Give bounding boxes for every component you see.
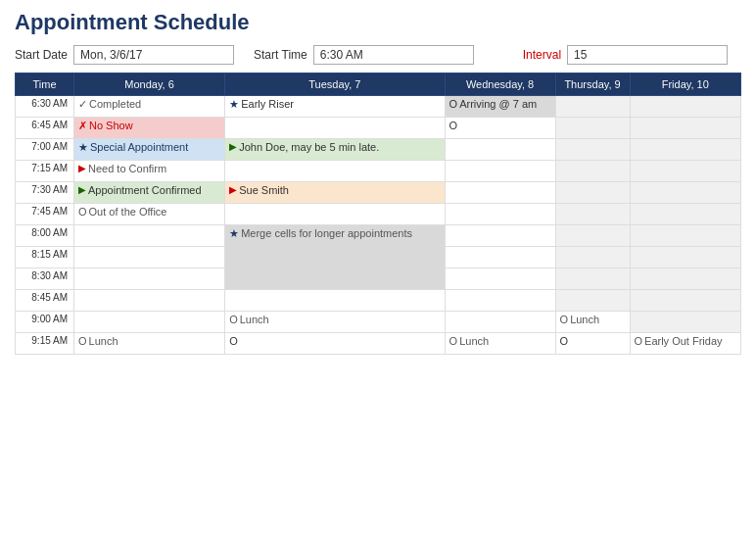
wednesday-cell[interactable]: OLunch xyxy=(445,333,555,355)
friday-cell-icon: O xyxy=(635,335,643,347)
wednesday-cell[interactable] xyxy=(445,161,555,182)
friday-cell[interactable] xyxy=(630,161,741,182)
tuesday-cell[interactable] xyxy=(225,290,445,312)
friday-cell[interactable] xyxy=(630,290,741,312)
time-cell: 8:30 AM xyxy=(16,268,74,290)
monday-cell[interactable]: ★Special Appointment xyxy=(74,139,225,161)
monday-cell-text: Special Appointment xyxy=(90,141,188,153)
friday-cell[interactable] xyxy=(630,268,741,290)
interval-label: Interval xyxy=(523,48,561,62)
time-cell: 6:45 AM xyxy=(16,118,74,139)
friday-cell-text: Early Out Friday xyxy=(644,335,722,347)
wednesday-cell[interactable] xyxy=(445,312,555,333)
friday-cell[interactable] xyxy=(630,96,741,118)
tuesday-cell-icon: ▶ xyxy=(229,141,237,152)
monday-cell[interactable]: ✓Completed xyxy=(74,96,225,118)
tuesday-cell[interactable]: O xyxy=(225,333,445,355)
thursday-cell[interactable] xyxy=(555,225,630,247)
wednesday-cell[interactable]: O xyxy=(445,118,555,139)
tuesday-cell-icon: ▶ xyxy=(229,184,237,195)
monday-cell-icon: ✗ xyxy=(78,120,87,132)
time-cell: 8:00 AM xyxy=(16,225,74,247)
thursday-cell[interactable] xyxy=(555,139,630,161)
monday-cell[interactable]: OOut of the Office xyxy=(74,204,225,225)
time-cell: 7:00 AM xyxy=(16,139,74,161)
tuesday-cell-text: Sue Smith xyxy=(239,184,289,196)
monday-cell[interactable] xyxy=(74,225,225,247)
tuesday-cell[interactable]: OLunch xyxy=(225,312,445,333)
tuesday-cell-text: Early Riser xyxy=(241,98,294,110)
tuesday-cell-text: Lunch xyxy=(240,314,269,325)
monday-cell[interactable] xyxy=(74,247,225,268)
tuesday-cell-text: John Doe, may be 5 min late. xyxy=(239,141,379,153)
friday-cell[interactable] xyxy=(630,139,741,161)
col-header-tuesday: Tuesday, 7 xyxy=(225,73,445,96)
wednesday-cell[interactable] xyxy=(445,268,555,290)
friday-cell[interactable] xyxy=(630,312,741,333)
tuesday-cell-icon: O xyxy=(229,314,238,325)
col-header-time: Time xyxy=(16,73,74,96)
monday-cell[interactable]: OLunch xyxy=(74,333,225,355)
tuesday-cell-text: Merge cells for longer appointments xyxy=(241,227,412,239)
tuesday-cell[interactable] xyxy=(225,204,445,225)
thursday-cell[interactable] xyxy=(555,96,630,118)
monday-cell[interactable]: ▶Appointment Confirmed xyxy=(74,182,225,204)
wednesday-cell[interactable] xyxy=(445,182,555,204)
thursday-cell[interactable] xyxy=(555,268,630,290)
friday-cell[interactable] xyxy=(630,247,741,268)
thursday-cell[interactable]: O xyxy=(555,333,630,355)
wednesday-cell[interactable] xyxy=(445,290,555,312)
friday-cell[interactable] xyxy=(630,182,741,204)
monday-cell[interactable] xyxy=(74,312,225,333)
tuesday-cell[interactable]: ▶Sue Smith xyxy=(225,182,445,204)
tuesday-cell-icon: ★ xyxy=(229,227,239,240)
thursday-cell[interactable] xyxy=(555,204,630,225)
time-cell: 6:30 AM xyxy=(16,96,74,118)
tuesday-cell[interactable]: ★Early Riser xyxy=(225,96,445,118)
thursday-cell[interactable]: OLunch xyxy=(555,312,630,333)
time-cell: 8:45 AM xyxy=(16,290,74,312)
thursday-cell[interactable] xyxy=(555,247,630,268)
time-cell: 7:15 AM xyxy=(16,161,74,182)
monday-cell[interactable]: ▶Need to Confirm xyxy=(74,161,225,182)
controls-bar: Start Date Start Time Interval xyxy=(15,45,741,65)
monday-cell-icon: ✓ xyxy=(78,98,87,111)
interval-input[interactable] xyxy=(567,45,728,65)
friday-cell[interactable]: OEarly Out Friday xyxy=(630,333,741,355)
page-title: Appointment Schedule xyxy=(15,10,741,35)
start-date-input[interactable] xyxy=(73,45,234,65)
friday-cell[interactable] xyxy=(630,118,741,139)
tuesday-cell[interactable]: ▶John Doe, may be 5 min late. xyxy=(225,139,445,161)
tuesday-cell[interactable] xyxy=(225,118,445,139)
tuesday-cell-icon: O xyxy=(229,335,238,347)
wednesday-cell[interactable] xyxy=(445,139,555,161)
tuesday-cell[interactable]: ★Merge cells for longer appointments xyxy=(225,225,445,290)
thursday-cell[interactable] xyxy=(555,182,630,204)
wednesday-cell-text: Arriving @ 7 am xyxy=(459,98,537,110)
monday-cell[interactable] xyxy=(74,268,225,290)
time-cell: 7:30 AM xyxy=(16,182,74,204)
thursday-cell[interactable] xyxy=(555,161,630,182)
tuesday-cell[interactable] xyxy=(225,161,445,182)
table-row: 9:00 AMOLunchOLunch xyxy=(16,312,741,333)
wednesday-cell[interactable] xyxy=(445,204,555,225)
table-row: 8:45 AM xyxy=(16,290,741,312)
col-header-friday: Friday, 10 xyxy=(630,73,741,96)
friday-cell[interactable] xyxy=(630,225,741,247)
wednesday-cell-icon: O xyxy=(449,120,458,131)
schedule-table: Time Monday, 6 Tuesday, 7 Wednesday, 8 T… xyxy=(15,73,741,355)
monday-cell-icon: ★ xyxy=(78,141,88,154)
time-cell: 9:15 AM xyxy=(16,333,74,355)
thursday-cell[interactable] xyxy=(555,118,630,139)
wednesday-cell[interactable] xyxy=(445,247,555,268)
friday-cell[interactable] xyxy=(630,204,741,225)
thursday-cell[interactable] xyxy=(555,290,630,312)
wednesday-cell[interactable]: OArriving @ 7 am xyxy=(445,96,555,118)
monday-cell[interactable]: ✗No Show xyxy=(74,118,225,139)
wednesday-cell-text: Lunch xyxy=(459,335,489,347)
wednesday-cell[interactable] xyxy=(445,225,555,247)
monday-cell-text: Appointment Confirmed xyxy=(88,184,202,196)
start-time-input[interactable] xyxy=(313,45,474,65)
monday-cell[interactable] xyxy=(74,290,225,312)
table-row: 6:30 AM✓Completed★Early RiserOArriving @… xyxy=(16,96,741,118)
